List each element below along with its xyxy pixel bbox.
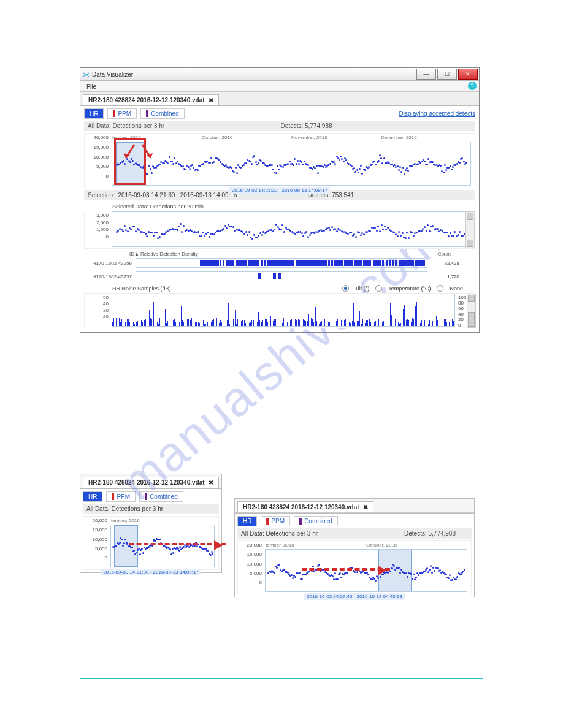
selection-detects-value: 753,541 (332, 192, 354, 199)
menu-bar: File ? (80, 81, 479, 92)
accepted-detects-link[interactable]: Displaying accepted detects (399, 110, 475, 117)
close-tab-icon[interactable]: ✖ (209, 479, 213, 486)
title-bar: ⩙ Data Visualizer — ☐ ✕ (80, 68, 479, 81)
density-bar[interactable] (136, 271, 427, 281)
tab-combined[interactable]: Combined (294, 516, 338, 526)
all-data-chart[interactable]: 20,00015,00010,0005,0000 tember, 2016Oct… (84, 133, 475, 188)
file-tab[interactable]: HR2-180 428824 2016-12-12 120340.vdat ✖ (83, 94, 219, 105)
ppm-color-icon (113, 110, 115, 117)
density-id-header[interactable]: ID (99, 251, 134, 257)
noise-y-left: 50403020 (85, 294, 110, 319)
snippet-left: HR2-180 428824 2016-12-12 120340.vdat✖ H… (80, 474, 222, 573)
file-tab-label: HR2-180 428824 2016-12-12 120340.vdat (88, 97, 205, 104)
selection-subtitle: Selected Data: Detections per 20 min (84, 202, 475, 211)
detects-value: 5,774,988 (305, 123, 332, 129)
window-title: Data Visualizer (92, 71, 133, 78)
y-axis: 20,00015,00010,0005,0000 (85, 134, 110, 179)
noise-chart[interactable]: 50403020 100806040200 (84, 293, 475, 328)
file-tab[interactable]: HR2-180 428824 2016-12-12 120340.vdat✖ (237, 501, 373, 512)
noise-title: HR Noise Samples (dB) (112, 286, 171, 292)
minimize-button[interactable]: — (416, 69, 436, 80)
y-axis-selection: 3,0002,0001,0000 (85, 211, 110, 240)
tab-ppm[interactable]: PPM (261, 516, 290, 526)
scrollbar-vertical[interactable] (467, 294, 476, 328)
menu-file[interactable]: File (83, 82, 100, 91)
noise-plot[interactable] (112, 294, 455, 327)
selection-range-label: 2016-09-03 14:21:30 - 2016-09-13 14:09:1… (229, 187, 330, 194)
tab-ppm[interactable]: PPM (106, 491, 136, 502)
all-data-plot[interactable]: tember, 2016October, 2016November, 2016D… (112, 142, 471, 186)
app-logo-icon: ⩙ (83, 71, 90, 78)
selection-plot[interactable] (112, 211, 471, 247)
radio-tilt[interactable] (342, 285, 349, 292)
density-row: H170-1802-43257 1,720 (84, 271, 475, 281)
close-button[interactable]: ✕ (458, 69, 478, 80)
mode-tabs: HR PPM Combined Displaying accepted dete… (84, 108, 475, 119)
radio-temperature[interactable] (375, 285, 382, 292)
footer-rule (80, 678, 483, 679)
maximize-button[interactable]: ☐ (437, 69, 457, 80)
drag-arrow-icon (302, 568, 390, 571)
tab-ppm[interactable]: PPM (107, 108, 137, 119)
tab-hr[interactable]: HR (83, 491, 102, 502)
radio-none[interactable] (437, 285, 443, 292)
app-window: ⩙ Data Visualizer — ☐ ✕ File ? HR2-180 4… (80, 67, 480, 333)
density-bar[interactable] (136, 258, 427, 268)
selection-chart[interactable]: 3,0002,0001,0000 (84, 211, 475, 249)
noise-radios: Tilt (°) Temperature (°C) None (342, 285, 463, 292)
file-tab[interactable]: HR2-180 428824 2016-12-12 120340.vdat✖ (83, 477, 219, 488)
tab-combined[interactable]: Combined (140, 108, 185, 119)
detects-label: Detects: (281, 123, 304, 129)
tab-hr[interactable]: HR (237, 516, 257, 526)
combined-color-icon (146, 110, 148, 117)
scrollbar-vertical[interactable] (465, 211, 475, 248)
snippet-right: HR2-180 428824 2016-12-12 120340.vdat✖ H… (234, 498, 475, 597)
tab-combined[interactable]: Combined (139, 491, 183, 502)
arrow-left-icon (123, 143, 136, 162)
close-tab-icon[interactable]: ✖ (363, 504, 368, 510)
drag-arrow-icon (129, 543, 226, 545)
density-title: Relative Detection Density (140, 251, 198, 257)
all-data-header: All Data: Detections per 3 hr Detects: 5… (84, 121, 475, 131)
all-data-title: All Data: Detections per 3 hr (88, 123, 164, 129)
density-count-header[interactable]: Count (438, 251, 451, 257)
help-icon[interactable]: ? (468, 82, 477, 90)
file-tabstrip: HR2-180 428824 2016-12-12 120340.vdat ✖ (80, 92, 479, 105)
arrow-right-icon (141, 143, 153, 162)
close-tab-icon[interactable]: ✖ (209, 97, 213, 104)
density-row: H170-1802-43256 82,428 (84, 258, 475, 268)
tab-hr[interactable]: HR (84, 108, 104, 119)
month-labels: tember, 2016October, 2016November, 2016D… (112, 135, 470, 140)
